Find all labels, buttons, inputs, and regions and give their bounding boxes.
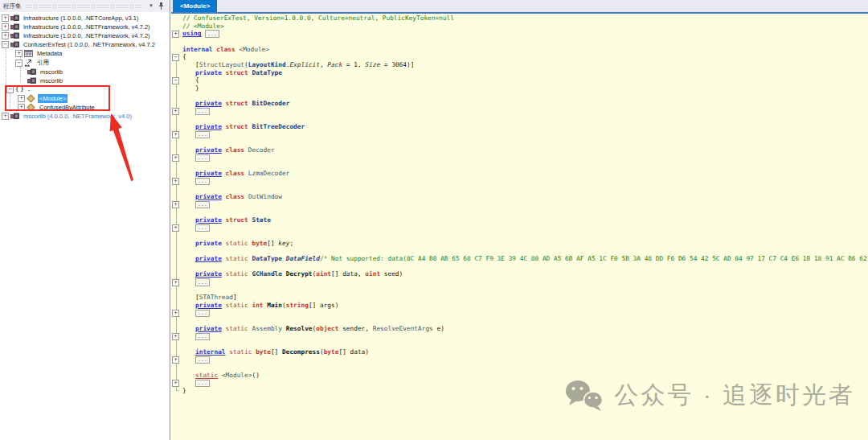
collapsed-code-button[interactable]: ... [195,356,210,364]
collapsed-code-button[interactable]: ... [195,154,210,162]
code-token: private [195,146,222,154]
expand-region-button[interactable]: + [172,178,179,185]
expand-region-button[interactable]: + [172,224,179,232]
tree-item-confuserextest-1-0-0-0-netfram[interactable]: −ConfuserExTest (1.0.0.0, .NETFramework,… [0,40,170,49]
code-line: // <Module> [171,23,868,31]
collapsed-code-button[interactable]: ... [195,201,210,209]
tree-item-label[interactable]: Infrastructure (1.0.0.0, .NETCoreApp, v3… [22,14,140,23]
code-token: , [320,61,327,68]
collapse-node-button[interactable]: − [2,41,9,48]
expand-node-button[interactable]: + [2,23,9,31]
tree-item-label[interactable]: mscorlib [39,68,64,76]
collapsed-code-button[interactable]: ... [195,131,210,139]
decompiler-window: 程序集 ▼ +Infrastructure (1.0.0.0, .NETCore… [0,0,868,440]
assembly-icon [10,40,19,49]
collapsed-code-button[interactable]: ... [195,178,210,186]
code-line [171,232,868,240]
collapse-node-button[interactable]: − [15,60,23,67]
code-token: private [195,170,222,177]
expand-region-button[interactable]: + [172,380,179,387]
pin-icon[interactable] [156,2,166,10]
code-line: private static GCHandle Decrypt(uint[] d… [171,270,868,278]
code-line: −{ [171,76,868,84]
chevron-down-icon[interactable]: ▼ [146,0,156,12]
code-token: byte [324,348,339,356]
tree-item-引用[interactable]: −引用 [0,58,170,67]
code-token: Decrypt [286,270,313,278]
collapsed-code-button[interactable]: ... [195,333,210,341]
code-token: class [226,193,244,200]
tree-item-infrastructure-1-0-0-0-netfram[interactable]: +Infrastructure (1.0.0.0, .NETFramework,… [0,31,170,40]
tree-item-label[interactable]: Infrastructure (1.0.0.0, .NETFramework, … [22,31,152,40]
tree-item-mscorlib[interactable]: +mscorlib [0,76,170,85]
code-line: private struct BitTreeDecoder [171,123,868,131]
tree-item-label[interactable]: mscorlib [39,76,64,85]
expand-region-button[interactable]: + [172,131,179,138]
expand-node-button[interactable]: + [15,50,23,57]
expand-region-button[interactable]: + [172,31,179,38]
code-line: // ConfuserExTest, Version=1.0.0.0, Cult… [171,14,868,23]
code-line [171,93,868,101]
expand-node-button[interactable]: + [2,113,9,120]
collapsed-code-button[interactable]: ... [205,30,219,38]
expand-region-button[interactable]: + [172,333,179,340]
code-token: using [182,30,201,37]
code-line: +... [171,356,868,364]
code-line: +... [171,333,868,341]
panel-drag-texture [26,4,143,8]
expand-region-button[interactable]: + [172,356,179,364]
tree-item-label[interactable]: mscorlib (4.0.0.0, .NETFramework, v4.0) [22,112,133,121]
collapsed-code-button[interactable]: ... [195,278,210,286]
code-line: +... [171,154,868,162]
expand-region-button[interactable]: + [172,310,179,317]
collapse-region-button[interactable]: − [172,54,179,61]
code-token: DataType [252,69,282,76]
tree-item-label[interactable]: Metadata [35,49,63,58]
collapsed-code-button[interactable]: ... [195,224,210,232]
watermark: 公众号 · 追逐时光者 [564,378,855,412]
tree-item-label[interactable]: ConfuserExTest (1.0.0.0, .NETFramework, … [22,40,157,49]
tree-item-infrastructure-1-0-0-0-netfram[interactable]: +Infrastructure (1.0.0.0, .NETFramework,… [0,23,170,31]
tab-module[interactable]: <Module> [173,0,217,12]
code-line: +... [171,278,868,286]
collapsed-code-button[interactable]: ... [195,380,210,388]
code-line: [STAThread] [171,294,868,302]
tree-item-mscorlib-4-0-0-0-netframework-[interactable]: +mscorlib (4.0.0.0, .NETFramework, v4.0) [0,112,170,121]
tab-strip: <Module> [171,0,868,12]
collapsed-code-button[interactable]: ... [195,310,210,318]
code-token: static [226,302,248,309]
code-token: sender, [338,325,372,332]
tree-item-label[interactable]: Infrastructure (1.0.0.0, .NETFramework, … [22,23,152,31]
collapsed-code-button[interactable]: ... [195,108,210,116]
code-line: private static int Main(string[] args) [171,302,868,310]
code-line [171,162,868,170]
code-token: private [195,255,222,262]
decompiled-code-view[interactable]: // ConfuserExTest, Version=1.0.0.0, Cult… [171,14,868,440]
code-token: { [195,76,199,84]
expand-region-button[interactable]: + [172,108,179,115]
code-line: private class Decoder [171,146,868,154]
code-token: [] [271,348,282,356]
code-line: +... [171,108,868,116]
code-line: +... [171,131,868,139]
code-token: internal [195,348,226,356]
tree-item-label[interactable]: 引用 [35,58,51,67]
expand-region-button[interactable]: + [172,154,179,162]
code-token: <Module> [222,372,252,379]
tree-item-mscorlib[interactable]: +mscorlib [0,68,170,76]
expand-region-button[interactable]: + [172,279,179,286]
code-line [171,263,868,271]
code-line [171,208,868,216]
code-token: private [195,302,222,309]
code-token: private [195,216,222,224]
code-token: /* Not supported: data(8C A4 B0 AB 65 68… [320,255,868,262]
wechat-icon [564,378,604,412]
expand-node-button[interactable]: + [2,14,9,22]
tree-item-infrastructure-1-0-0-0-netcore[interactable]: +Infrastructure (1.0.0.0, .NETCoreApp, v… [0,14,170,23]
tree-item-metadata[interactable]: +Metadata [0,49,170,58]
expand-region-button[interactable]: + [172,201,179,208]
expand-node-button[interactable]: + [2,32,9,39]
collapse-region-button[interactable]: − [172,77,179,84]
code-line: private struct DataType [171,69,868,77]
code-token: [] data) [338,348,369,356]
